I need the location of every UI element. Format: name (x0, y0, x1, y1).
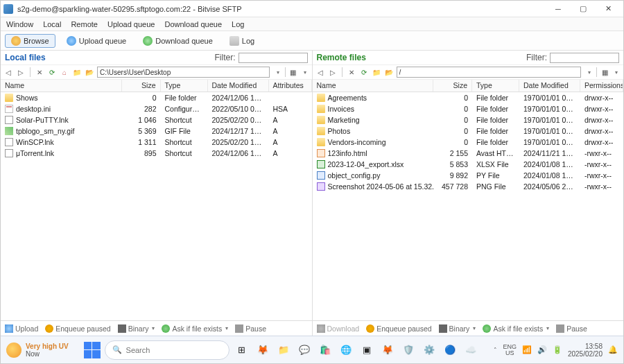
file-row[interactable]: Invoices0File folder1970/01/01 02:...drw… (313, 103, 624, 114)
file-type: File folder (472, 94, 519, 102)
pause-button[interactable]: Pause (235, 324, 266, 333)
menu-download-queue[interactable]: Download queue (164, 20, 222, 28)
up-folder-icon[interactable]: 📁 (372, 67, 381, 77)
col-name[interactable]: Name (313, 80, 434, 92)
explorer-icon[interactable]: 📁 (275, 342, 292, 358)
minimize-button[interactable]: ─ (546, 1, 571, 17)
view-mode-icon[interactable]: ▦ (288, 67, 298, 77)
menu-remote[interactable]: Remote (71, 20, 98, 28)
col-date[interactable]: Date Modified (519, 80, 580, 92)
weather-widget[interactable]: Very high UV Now (6, 343, 69, 358)
refresh-icon[interactable]: ⟳ (47, 67, 57, 77)
enqueue-paused-button[interactable]: Enqueue paused (366, 324, 431, 333)
menu-local[interactable]: Local (43, 20, 61, 28)
maximize-button[interactable]: ▢ (571, 1, 596, 17)
tab-browse[interactable]: Browse (5, 34, 55, 48)
col-type[interactable]: Type (161, 80, 208, 92)
file-row[interactable]: Agreements0File folder1970/01/01 02:...d… (313, 92, 624, 103)
notifications-icon[interactable]: 🔔 (608, 345, 618, 354)
close-folder-icon[interactable]: ✕ (35, 67, 44, 77)
local-file-list[interactable]: Shows0File folder2024/12/06 15:...deskto… (1, 92, 312, 320)
chrome-icon[interactable]: 🔵 (442, 342, 458, 358)
file-row[interactable]: object_config.py9 892PY File2024/01/08 1… (313, 170, 624, 181)
pause-button[interactable]: Pause (556, 324, 587, 333)
tab-upload-queue[interactable]: Upload queue (61, 35, 132, 47)
forward-icon[interactable]: ▷ (16, 67, 26, 77)
file-row[interactable]: Marketing0File folder1970/01/01 02:...dr… (313, 114, 624, 125)
download-button[interactable]: Download (317, 324, 360, 333)
menu-log[interactable]: Log (232, 20, 244, 28)
edge-icon[interactable]: 🌐 (338, 342, 354, 358)
new-folder-icon[interactable]: 📂 (85, 67, 94, 77)
local-columns: Name Size Type Date Modified Attributes (1, 80, 312, 92)
col-size[interactable]: Size (122, 80, 161, 92)
local-path-input[interactable] (97, 67, 270, 78)
path-dropdown[interactable] (584, 67, 593, 77)
remote-filter-input[interactable] (550, 53, 619, 63)
local-filter-input[interactable] (239, 53, 308, 63)
menu-upload-queue[interactable]: Upload queue (107, 20, 155, 28)
file-date: 1970/01/01 02:... (519, 138, 580, 146)
col-attr[interactable]: Attributes (269, 80, 312, 92)
ask-if-exists-button[interactable]: Ask if file exists (162, 324, 228, 333)
taskbar-search[interactable]: 🔍 Search (105, 340, 229, 360)
file-row[interactable]: μTorrent.lnk895Shortcut2024/12/06 15:...… (1, 148, 312, 159)
new-folder-icon[interactable]: 📂 (384, 67, 394, 77)
tab-log[interactable]: Log (224, 35, 260, 47)
file-row[interactable]: WinSCP.lnk1 311Shortcut2025/02/20 12:...… (1, 137, 312, 148)
refresh-icon[interactable]: ⟳ (359, 67, 369, 77)
cloud-app-icon[interactable]: ☁️ (462, 342, 479, 358)
pinned-app-1[interactable]: 🦊 (254, 342, 271, 358)
upload-button[interactable]: Upload (5, 324, 38, 333)
back-icon[interactable]: ◁ (3, 67, 13, 77)
ask-if-exists-button[interactable]: Ask if file exists (483, 324, 549, 333)
file-row[interactable]: Vendors-incoming0File folder1970/01/01 0… (313, 137, 624, 148)
file-row[interactable]: Shows0File folder2024/12/06 15:... (1, 92, 312, 103)
file-type: File folder (472, 127, 519, 135)
binary-mode-button[interactable]: Binary (439, 324, 476, 333)
wifi-icon[interactable]: 📶 (522, 345, 532, 354)
col-date[interactable]: Date Modified (208, 80, 269, 92)
firefox-icon[interactable]: 🦊 (379, 342, 396, 358)
volume-icon[interactable]: 🔊 (537, 345, 547, 354)
remote-path-input[interactable] (397, 67, 582, 78)
language-indicator[interactable]: ENGUS (503, 344, 517, 356)
tray-overflow-icon[interactable]: ˄ (494, 347, 497, 354)
path-dropdown[interactable] (272, 67, 282, 77)
col-name[interactable]: Name (1, 80, 122, 92)
file-row[interactable]: Photos0File folder1970/01/01 02:...drwxr… (313, 125, 624, 137)
file-row[interactable]: tpblogo_sm_ny.gif5 369GIF File2024/12/17… (1, 125, 312, 137)
file-row[interactable]: 123info.html2 155Avast HTM...2024/11/21 … (313, 148, 624, 159)
remote-file-list[interactable]: Agreements0File folder1970/01/01 02:...d… (313, 92, 624, 320)
binary-mode-button[interactable]: Binary (118, 324, 155, 333)
task-view-icon[interactable]: ⊞ (234, 342, 250, 358)
forward-icon[interactable]: ▷ (328, 67, 338, 77)
settings-icon[interactable]: ⚙️ (421, 342, 437, 358)
avast-icon[interactable]: 🛡️ (400, 342, 417, 358)
clock[interactable]: 13:582025/02/20 (568, 343, 603, 358)
view-dropdown[interactable] (611, 67, 621, 77)
start-button[interactable] (84, 342, 101, 358)
enqueue-paused-button[interactable]: Enqueue paused (45, 324, 110, 333)
col-perm[interactable]: Permissions (580, 80, 623, 92)
tab-download-queue[interactable]: Download queue (137, 35, 218, 47)
close-folder-icon[interactable]: ✕ (347, 67, 356, 77)
battery-icon[interactable]: 🔋 (553, 345, 562, 354)
menu-window[interactable]: Window (6, 20, 33, 28)
back-icon[interactable]: ◁ (315, 67, 325, 77)
file-name: Shows (16, 94, 38, 102)
home-icon[interactable]: ⌂ (60, 67, 69, 77)
up-folder-icon[interactable]: 📁 (72, 67, 82, 77)
view-mode-icon[interactable]: ▦ (600, 67, 609, 77)
file-row[interactable]: 2023-12-04_export.xlsx5 853XLSX File2024… (313, 159, 624, 170)
file-row[interactable]: Screenshot 2024-05-06 at 15.32.4...457 7… (313, 181, 624, 192)
close-button[interactable]: ✕ (596, 1, 621, 17)
file-row[interactable]: desktop.ini282Configuratio...2022/05/10 … (1, 103, 312, 114)
col-size[interactable]: Size (433, 80, 472, 92)
teams-icon[interactable]: 💬 (296, 342, 313, 358)
view-dropdown[interactable] (300, 67, 309, 77)
col-type[interactable]: Type (472, 80, 519, 92)
file-row[interactable]: Solar-PuTTY.lnk1 046Shortcut2025/02/20 0… (1, 114, 312, 125)
terminal-icon[interactable]: ▣ (358, 342, 375, 358)
store-icon[interactable]: 🛍️ (317, 342, 333, 358)
